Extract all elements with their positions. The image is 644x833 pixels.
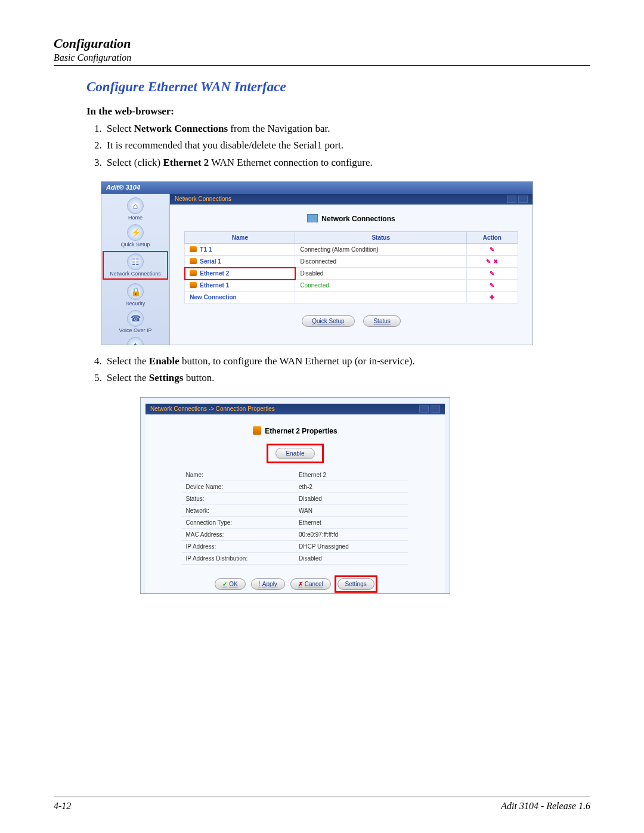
settings-button[interactable]: Settings: [338, 578, 374, 590]
breadcrumb: Network Connections: [170, 194, 532, 205]
prop-row: MAC Address:00:e0:97:ff:ff:fd: [182, 528, 408, 540]
nav-network-connections-highlighted: ☷Network Connections: [103, 251, 168, 280]
page-number: 4-12: [54, 801, 71, 812]
apply-icon: !: [259, 581, 261, 587]
pane-title: Network Connections: [170, 214, 532, 223]
prop-row: Network:WAN: [182, 504, 408, 516]
nav-more[interactable]: ✦: [101, 337, 169, 345]
cancel-button[interactable]: ✗Cancel: [290, 578, 331, 590]
properties-title: Ethernet 2 Properties: [154, 426, 436, 435]
nav-quick-setup[interactable]: ⚡Quick Setup: [101, 224, 169, 247]
screenshot-ethernet-properties: Network Connections -> Connection Proper…: [140, 397, 450, 594]
release-version: Adit 3104 - Release 1.6: [501, 801, 590, 812]
col-action: Action: [467, 232, 518, 244]
delete-icon[interactable]: ✖: [493, 258, 498, 265]
breadcrumb: Network Connections -> Connection Proper…: [145, 404, 445, 414]
ok-button[interactable]: ✓OK: [215, 578, 245, 590]
step-5: Select the Settings button.: [104, 370, 590, 386]
network-icon: [307, 214, 318, 222]
table-row[interactable]: Ethernet 1 Connected ✎: [185, 280, 518, 292]
phone-icon: ☎: [127, 310, 144, 327]
cable-icon: [190, 246, 197, 252]
col-status: Status: [295, 232, 467, 244]
nav-security[interactable]: 🔒Security: [101, 283, 169, 306]
add-icon[interactable]: ✚: [490, 294, 494, 301]
nav-home[interactable]: ⌂Home: [101, 197, 169, 221]
nav-voip[interactable]: ☎Voice Over IP: [101, 310, 169, 333]
enable-highlight: Enable: [267, 444, 323, 463]
lock-icon: 🔒: [127, 283, 144, 300]
home-icon: ⌂: [127, 197, 144, 214]
table-row[interactable]: T1 1 Connecting (Alarm Condition) ✎: [185, 244, 518, 256]
quick-setup-button[interactable]: Quick Setup: [302, 315, 354, 327]
bolt-icon: ⚡: [127, 224, 144, 241]
edit-icon[interactable]: ✎: [490, 246, 494, 253]
screenshot-network-connections: Adit® 3104 ⌂Home ⚡Quick Setup ☷Network C…: [101, 181, 533, 345]
tool-icon[interactable]: [419, 405, 429, 413]
prop-row: Name:Ethernet 2: [182, 469, 408, 481]
x-icon: ✗: [298, 581, 303, 587]
status-button[interactable]: Status: [363, 315, 400, 327]
apply-button[interactable]: !Apply: [251, 578, 285, 590]
tool-icon[interactable]: [431, 405, 440, 413]
tool-icon[interactable]: [518, 196, 528, 203]
nav-sidebar: ⌂Home ⚡Quick Setup ☷Network Connections …: [101, 194, 170, 345]
cable-icon: [190, 270, 197, 276]
prop-row: IP Address:DHCP Unassigned: [182, 540, 408, 552]
nav-network-connections[interactable]: ☷Network Connections: [105, 253, 166, 277]
app-titlebar: Adit® 3104: [101, 182, 532, 194]
page-header-sub: Basic Configuration: [54, 52, 590, 63]
network-icon: ☷: [127, 253, 144, 270]
settings-highlight: Settings: [335, 575, 377, 593]
table-row[interactable]: Serial 1 Disconnected ✎✖: [185, 256, 518, 268]
edit-icon[interactable]: ✎: [486, 258, 491, 265]
more-icon: ✦: [127, 337, 144, 345]
table-row-ethernet2[interactable]: Ethernet 2 Disabled ✎: [185, 268, 518, 280]
prop-row: Connection Type:Ethernet: [182, 516, 408, 528]
step-4: Select the Enable button, to configure t…: [104, 354, 590, 369]
step-1: Select Network Connections from the Navi…: [104, 121, 590, 137]
step-3: Select (click) Ethernet 2 WAN Ethernet c…: [104, 155, 590, 171]
edit-icon[interactable]: ✎: [490, 282, 494, 289]
step-2: It is recommended that you disable/delet…: [104, 138, 590, 153]
cable-icon: [190, 282, 197, 288]
col-name: Name: [185, 232, 295, 244]
subhead: In the web-browser:: [86, 106, 590, 117]
section-title: Configure Ethernet WAN Interface: [86, 79, 590, 95]
prop-row: IP Address Distribution:Disabled: [182, 552, 408, 564]
tool-icon[interactable]: [507, 196, 516, 203]
prop-row: Device Name:eth-2: [182, 481, 408, 493]
connections-table: Name Status Action T1 1 Connecting (Alar…: [184, 231, 518, 304]
new-connection-row[interactable]: New Connection ✚: [185, 292, 518, 304]
header-rule: [54, 65, 590, 66]
cable-icon: [253, 426, 261, 435]
properties-table: Name:Ethernet 2 Device Name:eth-2 Status…: [182, 469, 408, 565]
check-icon: ✓: [222, 581, 227, 587]
edit-icon[interactable]: ✎: [490, 270, 494, 277]
page-header-title: Configuration: [54, 36, 590, 51]
enable-button[interactable]: Enable: [275, 448, 314, 459]
cable-icon: [190, 258, 197, 264]
prop-row: Status:Disabled: [182, 493, 408, 504]
